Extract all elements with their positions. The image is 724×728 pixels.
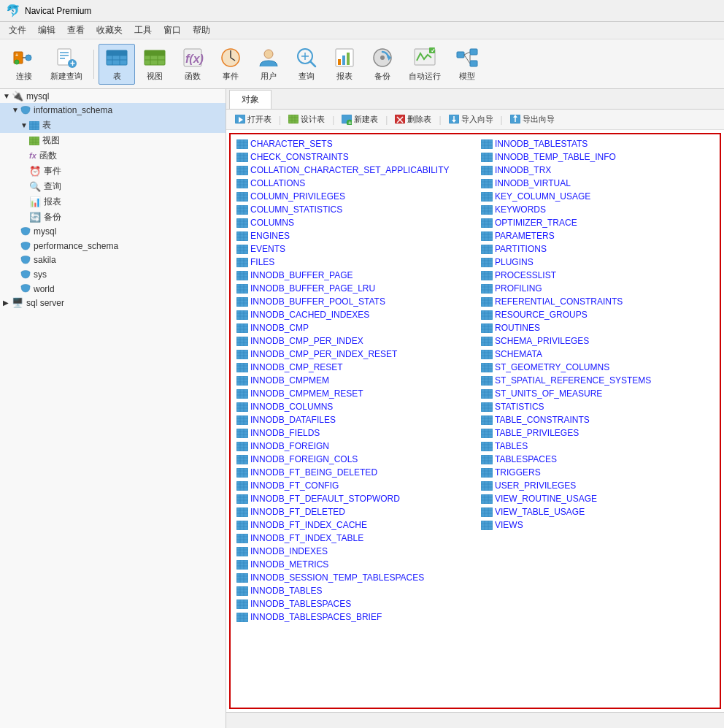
table-item[interactable]: KEYWORDS — [478, 203, 717, 216]
menu-file[interactable]: 文件 — [3, 23, 32, 38]
btn-open-table[interactable]: 打开表 — [231, 112, 276, 126]
table-item[interactable]: PLUGINS — [478, 256, 717, 269]
table-item[interactable]: INNODB_FT_INDEX_TABLE — [234, 532, 472, 545]
table-item[interactable]: OPTIMIZER_TRACE — [478, 216, 717, 229]
table-item[interactable]: ST_GEOMETRY_COLUMNS — [478, 361, 717, 374]
sidebar-item-functions[interactable]: ▶ fx 函数 — [0, 148, 226, 164]
table-item[interactable]: INNODB_FT_CONFIG — [234, 479, 472, 492]
menu-help[interactable]: 帮助 — [187, 23, 216, 38]
table-item[interactable]: FILES — [234, 256, 472, 269]
table-item[interactable]: PARAMETERS — [478, 229, 717, 242]
table-item[interactable]: INNODB_CMP_PER_INDEX — [234, 334, 472, 348]
table-item[interactable]: PROCESSLIST — [478, 269, 717, 282]
table-item[interactable]: INNODB_FT_DELETED — [234, 505, 472, 518]
table-item[interactable]: TABLESPACES — [478, 453, 717, 466]
table-item[interactable]: TABLES — [478, 440, 717, 453]
table-item[interactable]: INNODB_FT_BEING_DELETED — [234, 466, 472, 479]
table-item[interactable]: INNODB_TABLESPACES — [234, 597, 472, 610]
table-item[interactable]: VIEW_TABLE_USAGE — [478, 505, 717, 518]
table-item[interactable]: INNODB_TABLESPACES_BRIEF — [234, 610, 472, 624]
table-item[interactable]: PARTITIONS — [478, 242, 717, 256]
sidebar-item-tables[interactable]: ▼ 表 — [0, 118, 226, 133]
table-item[interactable]: ROUTINES — [478, 321, 717, 334]
table-item[interactable]: INNODB_BUFFER_POOL_STATS — [234, 295, 472, 308]
table-item[interactable]: RESOURCE_GROUPS — [478, 308, 717, 321]
table-item[interactable]: PROFILING — [478, 282, 717, 295]
menu-favorites[interactable]: 收藏夹 — [90, 23, 128, 38]
sidebar-item-mysql-db[interactable]: ▶ mysql — [0, 225, 226, 240]
sidebar-item-sys[interactable]: ▶ sys — [0, 267, 226, 282]
sidebar-item-reports[interactable]: ▶ 📊 报表 — [0, 194, 226, 210]
table-item[interactable]: ST_SPATIAL_REFERENCE_SYSTEMS — [478, 374, 717, 387]
table-item[interactable]: INNODB_TEMP_TABLE_INFO — [478, 150, 717, 164]
table-item[interactable]: INNODB_TRX — [478, 164, 717, 177]
btn-user[interactable]: 用户 — [250, 44, 287, 85]
table-item[interactable]: INNODB_CMP — [234, 321, 472, 334]
sidebar-item-queries[interactable]: ▶ 🔍 查询 — [0, 179, 226, 194]
table-item[interactable]: REFERENTIAL_CONSTRAINTS — [478, 295, 717, 308]
table-item[interactable]: INNODB_BUFFER_PAGE — [234, 269, 472, 282]
sidebar-item-sql-server[interactable]: ▶ 🖥️ sql server — [0, 296, 226, 310]
btn-function[interactable]: f(x) 函数 — [174, 44, 211, 85]
btn-backup[interactable]: 备份 — [364, 44, 401, 85]
table-item[interactable]: INNODB_FT_DEFAULT_STOPWORD — [234, 492, 472, 505]
table-item[interactable]: COLUMNS — [234, 216, 472, 229]
btn-table[interactable]: 表 — [99, 44, 135, 85]
table-item[interactable]: VIEWS — [478, 518, 717, 532]
btn-connect[interactable]: + 连接 — [6, 44, 42, 85]
table-item[interactable]: INNODB_TABLES — [234, 584, 472, 597]
btn-design-table[interactable]: 设计表 — [284, 112, 329, 126]
table-item[interactable]: COLLATIONS — [234, 177, 472, 190]
table-item[interactable]: CHARACTER_SETS — [234, 137, 472, 150]
table-item[interactable]: COLUMN_PRIVILEGES — [234, 190, 472, 203]
menu-edit[interactable]: 编辑 — [32, 23, 61, 38]
table-item[interactable]: EVENTS — [234, 242, 472, 256]
table-item[interactable]: CHECK_CONSTRAINTS — [234, 150, 472, 164]
table-item[interactable]: INNODB_INDEXES — [234, 545, 472, 558]
table-item[interactable]: COLUMN_STATISTICS — [234, 203, 472, 216]
sidebar-item-events[interactable]: ▶ ⏰ 事件 — [0, 164, 226, 179]
btn-report[interactable]: 报表 — [326, 44, 363, 85]
table-item[interactable]: VIEW_ROUTINE_USAGE — [478, 492, 717, 505]
btn-new-table[interactable]: + 新建表 — [337, 112, 382, 126]
menu-view[interactable]: 查看 — [61, 23, 90, 38]
btn-import-wizard[interactable]: 导入向导 — [444, 112, 498, 126]
btn-query[interactable]: 查询 — [288, 44, 325, 85]
table-item[interactable]: ENGINES — [234, 229, 472, 242]
sidebar-item-performance-schema[interactable]: ▶ performance_schema — [0, 239, 226, 253]
table-item[interactable]: SCHEMA_PRIVILEGES — [478, 334, 717, 348]
table-item[interactable]: INNODB_FT_INDEX_CACHE — [234, 518, 472, 532]
table-item[interactable]: INNODB_CMPMEM_RESET — [234, 387, 472, 400]
sidebar-item-mysql-connection[interactable]: ▼ 🔌 mysql — [0, 89, 226, 103]
table-item[interactable]: INNODB_DATAFILES — [234, 413, 472, 426]
table-item[interactable]: INNODB_VIRTUAL — [478, 177, 717, 190]
table-item[interactable]: TABLE_CONSTRAINTS — [478, 413, 717, 426]
btn-export-wizard[interactable]: 导出向导 — [506, 112, 559, 126]
btn-delete-table[interactable]: 删除表 — [390, 112, 436, 126]
sidebar-item-sakila[interactable]: ▶ sakila — [0, 253, 226, 268]
table-item[interactable]: INNODB_BUFFER_PAGE_LRU — [234, 282, 472, 295]
table-item[interactable]: INNODB_CMP_RESET — [234, 361, 472, 374]
menu-window[interactable]: 窗口 — [158, 23, 187, 38]
btn-event[interactable]: 事件 — [212, 44, 249, 85]
table-item[interactable]: SCHEMATA — [478, 348, 717, 361]
btn-model[interactable]: 模型 — [449, 44, 485, 85]
table-item[interactable]: ST_UNITS_OF_MEASURE — [478, 387, 717, 400]
table-item[interactable]: INNODB_SESSION_TEMP_TABLESPACES — [234, 571, 472, 584]
sidebar-item-world[interactable]: ▶ world — [0, 282, 226, 296]
table-item[interactable]: STATISTICS — [478, 400, 717, 413]
btn-autorun[interactable]: ✓ 自动运行 — [402, 44, 447, 85]
table-item[interactable]: COLLATION_CHARACTER_SET_APPLICABILITY — [234, 164, 472, 177]
table-item[interactable]: INNODB_METRICS — [234, 558, 472, 571]
table-item[interactable]: INNODB_CMPMEM — [234, 374, 472, 387]
table-item[interactable]: TABLE_PRIVILEGES — [478, 426, 717, 440]
btn-view[interactable]: 视图 — [136, 44, 173, 85]
sidebar-item-views[interactable]: ▶ 视图 — [0, 133, 226, 148]
table-item[interactable]: KEY_COLUMN_USAGE — [478, 190, 717, 203]
table-item[interactable]: INNODB_FOREIGN_COLS — [234, 453, 472, 466]
table-item[interactable]: USER_PRIVILEGES — [478, 479, 717, 492]
table-item[interactable]: INNODB_FIELDS — [234, 426, 472, 440]
sidebar-item-information-schema[interactable]: ▼ information_schema — [0, 103, 226, 118]
table-item[interactable]: TRIGGERS — [478, 466, 717, 479]
table-item[interactable]: INNODB_FOREIGN — [234, 440, 472, 453]
